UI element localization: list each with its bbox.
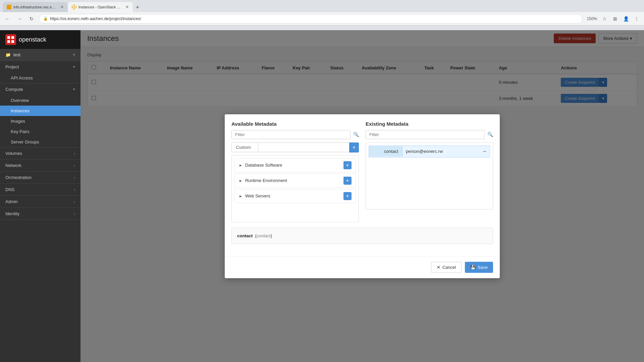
sidebar-project-selector[interactable]: 📁 test ▾ (0, 49, 80, 61)
sidebar-section-identity: Identity › (0, 208, 80, 220)
new-tab-btn[interactable]: + (133, 3, 142, 12)
modal-columns: Available Metadata 🔍 Custom + (231, 121, 493, 222)
available-filter-row: 🔍 (231, 130, 359, 139)
network-label: Network (5, 163, 21, 168)
existing-filter-row: 🔍 (366, 130, 493, 139)
database-label: Database Software (245, 163, 282, 168)
sidebar-compute-section-header[interactable]: Compute ▾ (0, 83, 80, 95)
svg-rect-1 (74, 5, 76, 7)
extensions-icon[interactable]: ⊞ (610, 14, 620, 23)
lock-icon: 🔒 (43, 16, 48, 21)
browser-toolbar: ← → ↻ 🔒 https://os.eonerc.rwth-aachen.de… (0, 12, 644, 25)
tab2-favicon (72, 5, 76, 9)
existing-key-contact: contact (369, 146, 402, 157)
svg-rect-7 (11, 40, 14, 43)
star-icon[interactable]: ☆ (600, 14, 609, 23)
description-key-italic: contact (257, 233, 271, 238)
tab1-label: info.infrastructure.osc.eonerc... (13, 5, 57, 9)
sidebar-section-project: Project ▾ API Access (0, 61, 80, 83)
svg-rect-2 (72, 7, 74, 9)
sidebar-item-server-groups[interactable]: Server Groups (0, 137, 80, 147)
save-button[interactable]: 💾 Save (465, 262, 493, 273)
sidebar-dns-section-header[interactable]: DNS › (0, 184, 80, 195)
metadata-item-webservers: ► Web Servers + (234, 189, 356, 203)
compute-section-label: Compute (5, 87, 23, 92)
database-add-btn[interactable]: + (343, 161, 352, 169)
browser-chrome: info.infrastructure.osc.eonerc... ✕ Inst… (0, 0, 644, 30)
existing-remove-btn-contact[interactable]: − (479, 146, 490, 157)
profile-icon[interactable]: 👤 (621, 14, 631, 23)
runtime-label: Runtime Environment (245, 178, 287, 183)
reload-btn[interactable]: ↻ (27, 14, 36, 23)
sidebar-item-overview[interactable]: Overview (0, 95, 80, 106)
metadata-item-runtime: ► Runtime Environment + (234, 174, 356, 188)
custom-row: Custom + (231, 142, 359, 153)
existing-filter-input[interactable] (366, 130, 485, 139)
orchestration-label: Orchestration (5, 175, 32, 180)
available-filter-input[interactable] (231, 130, 351, 139)
browser-tabs: info.infrastructure.osc.eonerc... ✕ Inst… (0, 0, 644, 12)
sidebar: openstack 📁 test ▾ Project ▾ API Access … (0, 30, 80, 362)
browser-tab-1[interactable]: info.infrastructure.osc.eonerc... ✕ (3, 2, 68, 12)
webservers-chevron: ► (239, 194, 243, 198)
dns-chevron: › (74, 188, 75, 192)
dns-label: DNS (5, 187, 14, 192)
identity-chevron: › (74, 212, 75, 216)
project-section-chevron: ▾ (73, 65, 75, 69)
sidebar-orchestration-section-header[interactable]: Orchestration › (0, 172, 80, 183)
sidebar-identity-section-header[interactable]: Identity › (0, 208, 80, 220)
cancel-button[interactable]: ✕ Cancel (431, 262, 462, 273)
back-btn[interactable]: ← (3, 14, 12, 23)
available-metadata-col: Available Metadata 🔍 Custom + (231, 121, 359, 222)
sidebar-item-api-access[interactable]: API Access (0, 73, 80, 83)
sidebar-project-section-header[interactable]: Project ▾ (0, 61, 80, 73)
tab1-favicon (7, 5, 11, 9)
tab1-close[interactable]: ✕ (60, 5, 64, 9)
svg-rect-4 (7, 36, 10, 39)
project-icon: 📁 (5, 52, 11, 57)
metadata-item-runtime-left: ► Runtime Environment (239, 178, 287, 183)
volumes-label: Volumes (5, 151, 22, 156)
project-chevron: ▾ (73, 53, 75, 57)
database-chevron: ► (239, 163, 243, 167)
metadata-description: contact (contact) (231, 228, 493, 244)
network-chevron: › (74, 164, 75, 168)
sidebar-item-images[interactable]: Images (0, 116, 80, 126)
webservers-add-btn[interactable]: + (343, 192, 352, 200)
metadata-item-database-left: ► Database Software (239, 163, 282, 168)
description-key-bold: contact (237, 233, 253, 238)
runtime-chevron: ► (239, 179, 243, 183)
existing-metadata-list: contact − (366, 142, 493, 209)
browser-tab-2[interactable]: Instances - OpenStack Dashbo... ✕ (68, 2, 133, 12)
sidebar-item-instances[interactable]: Instances (0, 106, 80, 116)
existing-value-contact[interactable] (402, 146, 479, 157)
app-container: openstack 📁 test ▾ Project ▾ API Access … (0, 30, 644, 362)
sidebar-admin-section-header[interactable]: Admin › (0, 196, 80, 207)
sidebar-volumes-section-header[interactable]: Volumes › (0, 147, 80, 159)
main-content: Instances Delete Instances More Actions … (80, 30, 644, 362)
svg-rect-5 (11, 36, 14, 39)
sidebar-logo-text: openstack (19, 36, 46, 43)
webservers-label: Web Servers (245, 193, 270, 198)
existing-metadata-col: Existing Metadata 🔍 contact − (366, 121, 493, 222)
sidebar-network-section-header[interactable]: Network › (0, 160, 80, 171)
sidebar-item-key-pairs[interactable]: Key Pairs (0, 126, 80, 137)
existing-search-btn[interactable]: 🔍 (487, 132, 493, 137)
cancel-icon: ✕ (437, 265, 440, 270)
forward-btn[interactable]: → (15, 14, 24, 23)
custom-add-btn[interactable]: + (349, 142, 359, 153)
admin-label: Admin (5, 199, 18, 204)
available-search-btn[interactable]: 🔍 (353, 132, 359, 137)
custom-input[interactable] (258, 142, 349, 152)
modal-footer: ✕ Cancel 💾 Save (225, 256, 500, 278)
modal-body: Available Metadata 🔍 Custom + (225, 114, 500, 256)
sidebar-section-admin: Admin › (0, 196, 80, 208)
metadata-item-database: ► Database Software + (234, 158, 356, 172)
runtime-add-btn[interactable]: + (343, 177, 352, 185)
project-label-group: 📁 test (5, 52, 20, 57)
zoom-level: 150% (587, 16, 597, 21)
menu-icon[interactable]: ⋮ (632, 14, 641, 23)
address-bar[interactable]: 🔒 https://os.eonerc.rwth-aachen.de/proje… (39, 14, 583, 23)
tab2-close[interactable]: ✕ (125, 5, 129, 9)
custom-label: Custom (231, 142, 258, 152)
